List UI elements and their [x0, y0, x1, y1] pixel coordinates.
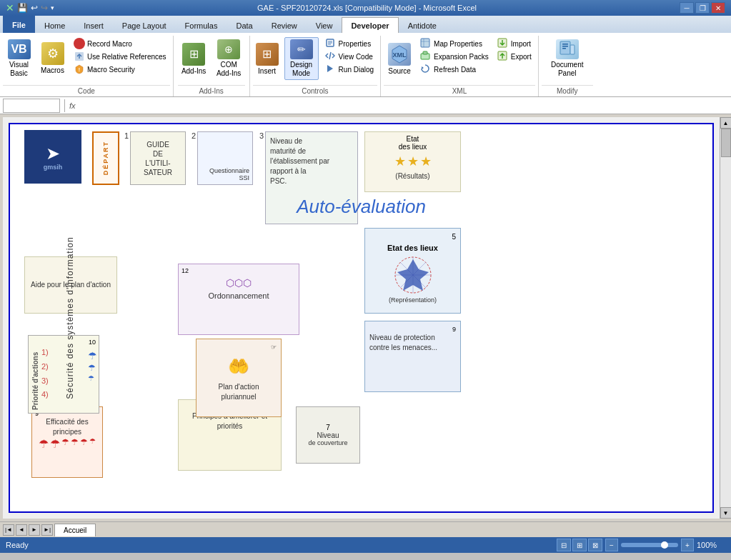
- representation-label: (Représentation): [368, 296, 457, 304]
- scroll-thumb[interactable]: [721, 129, 731, 157]
- add-ins-button[interactable]: ⊞ Add-Ins: [178, 37, 210, 80]
- visual-basic-icon: VB: [8, 39, 31, 59]
- view-code-button[interactable]: View Code: [322, 50, 377, 63]
- export-button[interactable]: Export: [494, 50, 535, 63]
- quick-access-undo[interactable]: ↩: [31, 3, 38, 13]
- name-box[interactable]: [3, 99, 60, 113]
- macros-button[interactable]: ⚙ Macros: [36, 37, 69, 80]
- zoom-slider[interactable]: [621, 543, 678, 547]
- plan-action-box: ☞ 🤲 Plan d'action pluriannuel: [196, 339, 282, 417]
- diagram-canvas: ➤ gmsih DÉPART 1 GUIDEDEL'UTILI-SATEUR 2…: [9, 123, 714, 513]
- plan-action-icon: 🤲: [228, 356, 249, 376]
- tab-developer[interactable]: Developer: [342, 17, 398, 33]
- minimize-button[interactable]: ─: [680, 2, 694, 14]
- record-macro-button[interactable]: Record Macro: [70, 37, 170, 50]
- sheet-tab-accueil[interactable]: Accueil: [54, 524, 96, 536]
- plan-action-label: Plan d'action pluriannuel: [201, 382, 277, 402]
- zoom-out-button[interactable]: −: [605, 539, 618, 551]
- step10-label: 10: [31, 339, 96, 346]
- tab-nav-next[interactable]: ►: [29, 524, 40, 536]
- niveau-label: Niveau: [317, 431, 339, 439]
- expansion-packs-button[interactable]: Expansion Packs: [417, 50, 492, 63]
- tab-file[interactable]: File: [3, 16, 35, 33]
- macro-security-icon: !: [74, 64, 85, 75]
- document-panel-icon: [556, 39, 579, 59]
- addins-group-label: Add-Ins: [178, 85, 245, 95]
- map-properties-button[interactable]: Map Properties: [417, 37, 492, 50]
- refresh-data-icon: [420, 64, 432, 75]
- document-panel-label: DocumentPanel: [551, 61, 584, 78]
- controls-small-btns: Properties View Code Run Dialog: [322, 37, 377, 76]
- insert-control-button[interactable]: ⊞ Insert: [253, 37, 282, 80]
- svg-rect-21: [570, 45, 575, 54]
- priorite-label: Priorité d'actions: [31, 346, 39, 410]
- macro-security-button[interactable]: ! Macro Security: [70, 63, 170, 76]
- normal-view-button[interactable]: ⊟: [557, 539, 571, 551]
- tab-bar: |◄ ◄ ► ►| Accueil: [0, 521, 731, 537]
- tab-page-layout[interactable]: Page Layout: [113, 17, 176, 33]
- niveau-protection-box: 9 Niveau de protection contre les menace…: [364, 321, 461, 392]
- quick-access-redo[interactable]: ↪: [41, 3, 48, 13]
- ordonnancement-box: 12 ⬡⬡⬡ Ordonnancement: [178, 264, 299, 335]
- controls-group-label: Controls: [253, 85, 377, 95]
- xml-group-content: XML Source Map Properties Expansion Pack…: [384, 37, 535, 84]
- tab-nav-prev[interactable]: ◄: [16, 524, 27, 536]
- page-layout-view-button[interactable]: ⊞: [572, 539, 587, 551]
- title-bar-left: ✕ 💾 ↩ ↪ ▾: [6, 2, 54, 14]
- properties-button[interactable]: Properties: [322, 37, 377, 50]
- formula-input[interactable]: [79, 101, 728, 110]
- ordo-icon: ⬡⬡⬡: [226, 277, 252, 289]
- document-panel-button[interactable]: DocumentPanel: [547, 37, 588, 80]
- step13-label: ☞: [201, 344, 277, 351]
- tab-insert[interactable]: Insert: [74, 17, 113, 33]
- umbrella4: ☂: [71, 437, 79, 451]
- close-button[interactable]: ✕: [711, 2, 725, 14]
- scroll-up-button[interactable]: ▲: [720, 117, 732, 129]
- restore-button[interactable]: ❐: [695, 2, 710, 14]
- window-controls: ─ ❐ ✕: [680, 2, 725, 14]
- zoom-thumb: [661, 541, 668, 549]
- svg-text:XML: XML: [393, 51, 407, 59]
- scroll-down-button[interactable]: ▼: [720, 507, 732, 519]
- status-right: ⊟ ⊞ ⊠ − + 100%: [557, 539, 725, 551]
- niveau-maturite-label: Niveau dematurité del'établissement parr…: [270, 137, 329, 185]
- step12-label: 12: [181, 267, 296, 274]
- page-break-view-button[interactable]: ⊠: [588, 539, 602, 551]
- use-relative-references-button[interactable]: Use Relative References: [70, 50, 170, 63]
- tab-formulas[interactable]: Formulas: [176, 17, 227, 33]
- view-code-icon: [325, 51, 337, 62]
- tab-home[interactable]: Home: [35, 17, 74, 33]
- star3: ★: [420, 154, 432, 169]
- step9-label2: 9: [369, 326, 456, 333]
- tab-data[interactable]: Data: [227, 17, 262, 33]
- sheet-content: ➤ gmsih DÉPART 1 GUIDEDEL'UTILI-SATEUR 2…: [3, 117, 720, 519]
- etat-des-lieux-1-label: Etatdes lieux: [365, 132, 460, 151]
- guide-box: GUIDEDEL'UTILI-SATEUR: [130, 131, 186, 185]
- formula-bar: fx: [0, 97, 731, 114]
- stars-row: ★ ★ ★: [365, 151, 460, 172]
- design-mode-button[interactable]: ✏ DesignMode: [284, 37, 319, 80]
- run-dialog-button[interactable]: Run Dialog: [322, 63, 377, 76]
- refresh-data-button[interactable]: Refresh Data: [417, 63, 492, 76]
- quick-access-save[interactable]: 💾: [17, 3, 28, 13]
- import-button[interactable]: Import: [494, 37, 535, 50]
- com-add-ins-label: COMAdd-Ins: [217, 61, 241, 78]
- com-add-ins-button[interactable]: ⊕ COMAdd-Ins: [213, 37, 245, 80]
- design-mode-label: DesignMode: [290, 61, 312, 78]
- tab-nav-first[interactable]: |◄: [3, 524, 14, 536]
- svg-line-6: [329, 52, 331, 59]
- sheet-area: ➤ gmsih DÉPART 1 GUIDEDEL'UTILI-SATEUR 2…: [0, 114, 731, 521]
- couverture-label: de couverture: [308, 439, 347, 446]
- view-mode-buttons: ⊟ ⊞ ⊠: [557, 539, 602, 551]
- visual-basic-button[interactable]: VB VisualBasic: [3, 37, 35, 80]
- relative-references-icon: [74, 51, 85, 62]
- tab-view[interactable]: View: [307, 17, 342, 33]
- tab-nav-last[interactable]: ►|: [41, 524, 53, 536]
- tab-review[interactable]: Review: [262, 17, 307, 33]
- source-button[interactable]: XML Source: [384, 37, 415, 80]
- xml-small-btns: Map Properties Expansion Packs Refresh D…: [417, 37, 492, 84]
- fx-label: fx: [69, 101, 76, 110]
- niveau-protection-label: Niveau de protection contre les menaces.…: [369, 333, 456, 353]
- zoom-in-button[interactable]: +: [681, 539, 694, 551]
- tab-antidote[interactable]: Antidote: [399, 17, 446, 33]
